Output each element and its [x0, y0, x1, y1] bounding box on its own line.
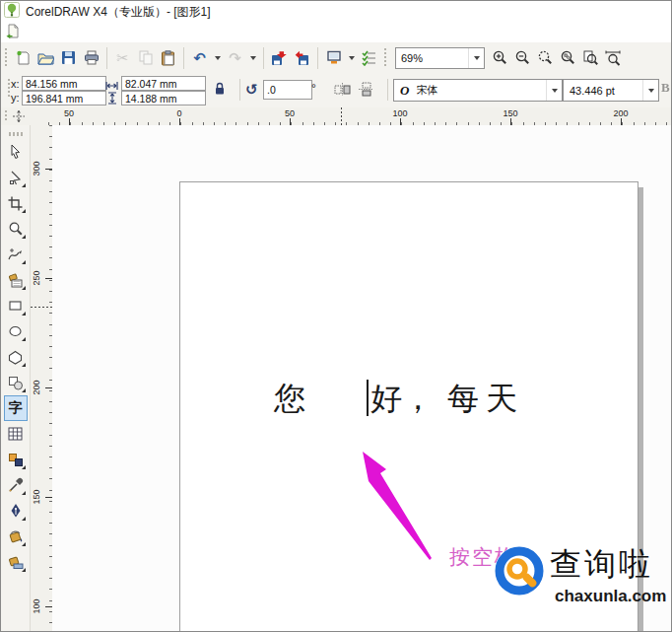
toolbar-grip[interactable]: [4, 48, 9, 68]
undo-button[interactable]: ↶: [188, 46, 211, 70]
zoom-tool[interactable]: [4, 216, 28, 242]
shape-tool[interactable]: [4, 165, 28, 190]
mirror-vertical-icon[interactable]: [358, 82, 374, 101]
crop-tool[interactable]: [4, 190, 28, 216]
welcome-options-button[interactable]: [358, 46, 380, 70]
pick-tool[interactable]: [4, 139, 28, 165]
font-list-combo[interactable]: O 宋体: [393, 79, 563, 102]
font-name-value: 宋体: [416, 83, 546, 98]
toolbox-grip[interactable]: [9, 132, 23, 136]
open-button[interactable]: [34, 46, 57, 70]
ellipse-tool[interactable]: [4, 318, 28, 344]
cut-button[interactable]: ✂: [111, 46, 134, 70]
table-tool-icon: [8, 427, 23, 441]
smart-fill-tool-icon: [8, 273, 24, 288]
coreldraw-window: CorelDRAW X4（专业版）- [图形1] ✂ ↶: [0, 0, 672, 632]
object-height-field[interactable]: 14.188 mm: [121, 91, 206, 105]
separator: [387, 79, 388, 101]
shape-tool-icon: [8, 171, 23, 185]
ruler-label: 150: [32, 483, 41, 511]
rectangle-tool[interactable]: [4, 293, 28, 318]
window-title: CorelDRAW X4（专业版）- [图形1]: [26, 4, 211, 21]
x-position-field[interactable]: 84.156 mm: [22, 76, 106, 91]
font-size-dropdown[interactable]: [642, 80, 658, 101]
eyedropper-tool-icon: [8, 477, 24, 493]
object-width-field[interactable]: 82.047 mm: [121, 76, 206, 91]
chevron-down-icon: [648, 89, 654, 93]
zoom-to-all-button[interactable]: [557, 46, 579, 70]
fill-tool[interactable]: [4, 524, 28, 549]
paste-button[interactable]: [157, 46, 179, 70]
interactive-fill-tool[interactable]: [4, 549, 28, 575]
eyedropper-tool[interactable]: [4, 472, 28, 498]
rotation-icon: ↺: [245, 81, 258, 99]
chevron-down-icon: [215, 56, 221, 60]
smart-fill-tool[interactable]: [4, 267, 28, 293]
font-size-value: 43.446 pt: [570, 85, 642, 97]
redo-button[interactable]: ↷: [224, 46, 246, 70]
zoom-combo-dropdown[interactable]: [468, 48, 484, 68]
basic-shapes-tool[interactable]: [4, 370, 28, 395]
copy-button[interactable]: [134, 46, 157, 70]
separator: [106, 47, 107, 69]
zoom-to-page-button[interactable]: [579, 46, 602, 70]
zoom-to-selected-button[interactable]: [534, 46, 557, 70]
ellipse-tool-icon: [8, 324, 24, 338]
separator: [239, 79, 240, 101]
freehand-tool[interactable]: [4, 242, 28, 267]
canvas-text-segment[interactable]: 您: [274, 378, 305, 421]
canvas-text-segment[interactable]: 每天: [447, 378, 524, 421]
polygon-tool-icon: [8, 350, 24, 365]
chevron-down-icon: [349, 56, 355, 60]
bold-button[interactable]: B: [661, 80, 670, 96]
ruler-origin-icon: [12, 109, 26, 123]
new-document-button[interactable]: [12, 46, 34, 70]
zoom-to-width-button[interactable]: [602, 46, 625, 70]
toolbar-grip[interactable]: [383, 48, 388, 68]
text-cursor: [367, 380, 369, 416]
y-position-field[interactable]: 196.841 mm: [22, 91, 106, 105]
table-tool[interactable]: [4, 421, 28, 447]
canvas-text-segment[interactable]: 好，: [370, 378, 434, 421]
application-launcher-button[interactable]: [322, 46, 345, 70]
ruler-origin[interactable]: [1, 107, 48, 126]
import-button[interactable]: [268, 46, 291, 70]
font-combo-dropdown[interactable]: [546, 80, 562, 101]
watermark-domain: chaxunla.com: [555, 587, 666, 606]
y-label: y:: [11, 92, 20, 104]
zoom-in-button[interactable]: [489, 46, 511, 70]
zoom-out-button[interactable]: [511, 46, 534, 70]
horizontal-ruler[interactable]: 50 0 50 100 150 200: [48, 107, 672, 126]
document-icon[interactable]: [5, 24, 20, 42]
export-button[interactable]: [291, 46, 313, 70]
chevron-down-icon: [474, 56, 480, 60]
outline-pen-tool-icon: [9, 503, 23, 519]
undo-dropdown-button[interactable]: [211, 46, 224, 70]
print-button[interactable]: [80, 46, 102, 70]
toolbox-grip[interactable]: [4, 110, 9, 122]
zoom-level-combo[interactable]: 69%: [395, 47, 485, 69]
launcher-dropdown-button[interactable]: [345, 46, 358, 70]
watermark-brand: 查询啦: [550, 543, 653, 587]
title-bar: CorelDRAW X4（专业版）- [图形1]: [1, 1, 672, 24]
rotation-angle-field[interactable]: .0: [263, 80, 312, 100]
text-tool[interactable]: 字: [4, 395, 28, 421]
polygon-tool[interactable]: [4, 344, 28, 370]
separator: [263, 47, 264, 69]
mirror-horizontal-icon[interactable]: [334, 82, 351, 101]
coreldraw-app-icon: [4, 2, 20, 22]
font-size-combo[interactable]: 43.446 pt: [563, 79, 659, 102]
lock-ratio-icon[interactable]: [214, 82, 226, 100]
toolbox: 字: [1, 125, 31, 632]
fill-tool-icon: [8, 529, 24, 544]
vertical-ruler[interactable]: 300 250 200 150 100: [31, 125, 53, 632]
ruler-label: 0: [176, 108, 181, 118]
property-bar: x: y: 84.156 mm 196.841 mm 82.047 mm 14.…: [1, 73, 672, 108]
save-button[interactable]: [57, 46, 80, 70]
menu-bar: [1, 23, 672, 43]
ruler-label: 100: [392, 108, 407, 118]
blend-tool[interactable]: [4, 447, 28, 472]
standard-toolbar: ✂ ↶ ↷ 69%: [1, 42, 672, 74]
outline-pen-tool[interactable]: [4, 498, 28, 524]
redo-dropdown-button[interactable]: [246, 46, 259, 70]
